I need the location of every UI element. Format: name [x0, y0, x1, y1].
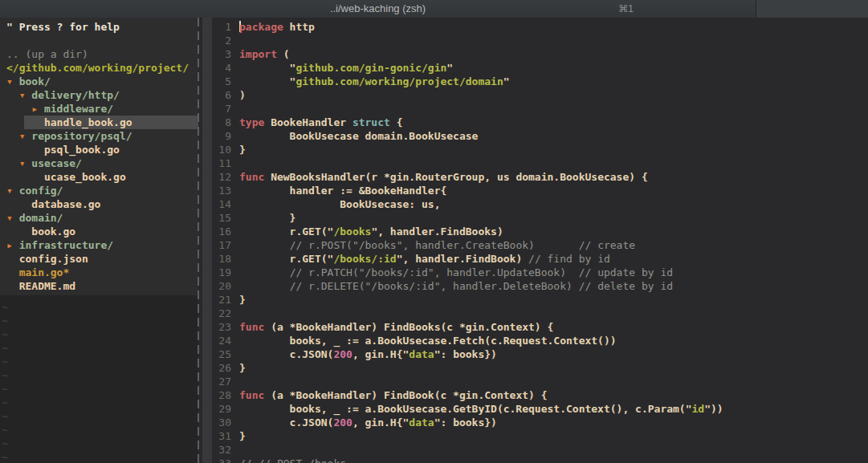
code-line-28[interactable]: 28func (a *BookeHandler) FindBook(c *gin… — [212, 388, 868, 402]
code-line-18[interactable]: 18 r.GET("/books/:id", handler.FindBook)… — [212, 252, 868, 266]
line-number: 22 — [212, 307, 231, 320]
text-segment: BookUsecase domain.BookUsecase — [239, 130, 478, 142]
dir-usecase[interactable]: ▾ usecase/ — [0, 156, 198, 170]
text-segment: domain/ — [19, 212, 63, 224]
terminal-window: ..i/web-kaching (zsh) ⌘1 " Press ? for h… — [0, 0, 868, 463]
code-line-4[interactable]: 4 "github.com/gin-gonic/gin" — [212, 61, 868, 75]
text-segment: // r.POST("/books", handler.CreateBook) … — [290, 239, 635, 251]
code-line-20[interactable]: 20 // r.DELETE("/books/:id", handler.Del… — [212, 279, 868, 293]
file-psql-book-go[interactable]: psql_book.go — [0, 143, 198, 156]
code-line-6[interactable]: 6) — [212, 88, 868, 102]
text-segment: c.JSON( — [239, 348, 333, 360]
code-line-21[interactable]: 21} — [212, 293, 868, 307]
text-segment: ucase_book.go — [6, 171, 126, 183]
dir-config[interactable]: ▾ config/ — [0, 184, 198, 197]
text-segment: , gin.H{" — [352, 348, 409, 360]
text-segment: usecase/ — [31, 157, 82, 169]
text-segment: psql_book.go — [6, 144, 120, 156]
text-segment: ")) — [704, 403, 723, 415]
dir-delivery-http[interactable]: ▾ delivery/http/ — [0, 88, 198, 102]
line-number: 25 — [212, 347, 231, 361]
text-segment: data — [409, 348, 434, 360]
text-segment: } — [239, 362, 246, 374]
dir-infrastructure[interactable]: ▸ infrastructure/ — [0, 238, 198, 252]
line-number: 15 — [212, 211, 231, 225]
code-line-12[interactable]: 12func NewBooksHandler(r *gin.RouterGrou… — [212, 170, 868, 184]
text-segment: r.GET(" — [239, 253, 333, 265]
line-number: 8 — [212, 116, 231, 129]
code-line-24[interactable]: 24 books, _ := a.BookUsecase.Fetch(c.Req… — [212, 334, 868, 347]
file-main-go-modified[interactable]: main.go* — [0, 266, 198, 279]
line-number: 20 — [212, 279, 231, 293]
text-segment: func — [239, 171, 264, 183]
file-book-go[interactable]: book.go — [0, 225, 198, 238]
terminal-tab[interactable]: ..i/web-kaching (zsh) ⌘1 — [0, 0, 756, 18]
code-line-26[interactable]: 26} — [212, 361, 868, 375]
text-segment: ": books}) — [434, 416, 497, 428]
text-segment: 200 — [333, 416, 352, 428]
text-segment: struct — [352, 116, 390, 128]
code-line-2[interactable]: 2 — [212, 34, 868, 47]
code-line-30[interactable]: 30 c.JSON(200, gin.H{"data": books}) — [212, 416, 868, 429]
code-line-19[interactable]: 19 // r.PATCH("/books/:id", handler.Upda… — [212, 266, 868, 279]
code-line-31[interactable]: 31} — [212, 429, 868, 443]
code-line-8[interactable]: 8type BookeHandler struct { — [212, 116, 868, 129]
code-line-7[interactable]: 7 — [212, 102, 868, 116]
tilde-marker: ~ — [0, 368, 198, 382]
code-editor[interactable]: 1package http23import (4 "github.com/gin… — [212, 18, 868, 463]
tree-expand-icon: ▾ — [19, 157, 32, 169]
code-line-27[interactable]: 27 — [212, 375, 868, 388]
file-config-json[interactable]: config.json — [0, 252, 198, 266]
code-line-13[interactable]: 13 handler := &BookeHandler{ — [212, 184, 868, 197]
text-segment: { — [390, 116, 403, 128]
code-line-15[interactable]: 15 } — [212, 211, 868, 225]
code-line-25[interactable]: 25 c.JSON(200, gin.H{"data": books}) — [212, 347, 868, 361]
dir-domain[interactable]: ▾ domain/ — [0, 211, 198, 225]
text-segment: database.go — [6, 198, 100, 210]
code-line-9[interactable]: 9 BookUsecase domain.BookUsecase — [212, 129, 868, 143]
dir-repository-psql[interactable]: ▾ repository/psql/ — [0, 129, 198, 143]
tree-expand-icon: ▾ — [19, 89, 32, 101]
code-line-1[interactable]: 1package http — [212, 20, 868, 34]
line-number: 3 — [212, 47, 231, 61]
code-line-17[interactable]: 17 // r.POST("/books", handler.CreateBoo… — [212, 238, 868, 252]
code-line-10[interactable]: 10} — [212, 143, 868, 156]
dir-middleware[interactable]: ▸ middleware/ — [0, 102, 198, 116]
code-line-16[interactable]: 16 r.GET("/books", handler.FindBooks) — [212, 225, 868, 238]
code-line-14[interactable]: 14 BookUsecase: us, — [212, 197, 868, 211]
code-line-11[interactable]: 11 — [212, 156, 868, 170]
line-number: 17 — [212, 238, 231, 252]
text-segment: c.JSON( — [239, 416, 333, 428]
line-number: 1 — [212, 20, 231, 34]
text-segment: // // POST /books — [239, 457, 346, 463]
code-line-32[interactable]: 32 — [212, 443, 868, 457]
file-tree[interactable]: " Press ? for help.. (up a dir)</github.… — [0, 18, 198, 295]
code-line-22[interactable]: 22 — [212, 307, 868, 320]
text-segment: BookUsecase: us, — [239, 198, 440, 210]
up-a-dir[interactable]: .. (up a dir) — [0, 47, 198, 61]
dir-book[interactable]: ▾ book/ — [0, 75, 198, 88]
tilde-marker: ~ — [0, 341, 198, 355]
line-number: 26 — [212, 361, 231, 375]
root-path[interactable]: </github.com/working/project/ — [0, 61, 198, 75]
terminal-titlebar: ..i/web-kaching (zsh) ⌘1 — [0, 0, 868, 18]
text-segment: books, _ := a.BookUsecase.Fetch(c.Reques… — [239, 335, 617, 347]
tilde-marker: ~ — [0, 423, 198, 437]
file-readme-md[interactable]: README.md — [0, 279, 198, 293]
tilde-marker: ~ — [0, 314, 198, 327]
text-segment: import — [239, 48, 277, 60]
code-line-23[interactable]: 23func (a *BookeHandler) FindBooks(c *gi… — [212, 320, 868, 334]
file-ucase-book-go[interactable]: ucase_book.go — [0, 170, 198, 184]
code-line-3[interactable]: 3import ( — [212, 47, 868, 61]
line-number: 16 — [212, 225, 231, 238]
text-segment: delivery/http/ — [31, 89, 120, 101]
text-segment: (a *BookeHandler) FindBooks(c *gin.Conte… — [264, 321, 553, 333]
file-handle-book-go[interactable]: handle_book.go — [0, 116, 198, 129]
file-database-go[interactable]: database.go — [0, 197, 198, 211]
code-line-29[interactable]: 29 books, _ := a.BookUsecase.GetByID(c.R… — [212, 402, 868, 416]
text-segment: infrastructure/ — [19, 239, 113, 251]
line-number: 10 — [212, 143, 231, 156]
code-line-5[interactable]: 5 "github.com/working/project/domain" — [212, 75, 868, 88]
code-line-33[interactable]: 33// // POST /books — [212, 457, 868, 463]
tree-expand-icon: ▾ — [6, 185, 19, 197]
